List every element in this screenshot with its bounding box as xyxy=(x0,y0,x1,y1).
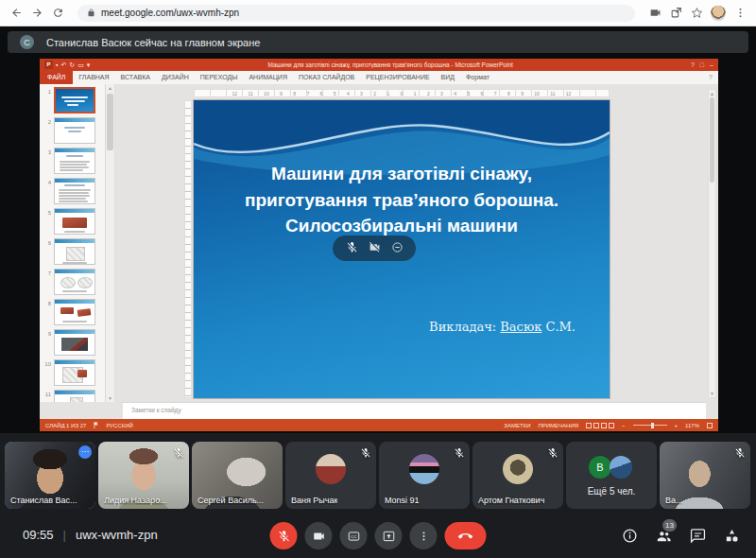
camera-button[interactable] xyxy=(305,522,333,549)
slide-counter: СЛАЙД 1 ИЗ 27 xyxy=(45,423,86,428)
tab-review[interactable]: РЕЦЕНЗИРОВАНИЕ xyxy=(360,71,435,84)
zoom-out-icon[interactable]: − xyxy=(622,423,626,428)
chat-icon[interactable] xyxy=(690,528,706,544)
slide-thumbnail-2[interactable] xyxy=(54,117,95,144)
presenting-banner: C Станислав Васюк сейчас на главном экра… xyxy=(8,31,748,53)
tab-animations[interactable]: АНИМАЦИЯ xyxy=(243,71,293,84)
slide-thumbnail-11[interactable] xyxy=(54,390,95,402)
captions-button[interactable]: CC xyxy=(340,522,368,549)
participants-icon[interactable]: 13 xyxy=(656,528,672,544)
slide-thumbnail-4[interactable] xyxy=(54,178,95,204)
bookmark-star-icon[interactable] xyxy=(690,7,703,20)
tab-insert[interactable]: ВСТАВКА xyxy=(115,71,156,84)
hangup-button[interactable] xyxy=(445,522,487,549)
browser-menu-icon[interactable] xyxy=(733,7,747,20)
mic-off-icon xyxy=(173,445,184,457)
divider: | xyxy=(63,528,66,542)
ribbon-help-icon[interactable]: ? xyxy=(709,71,718,84)
address-bar[interactable]: meet.google.com/uwx-wvmh-zpn xyxy=(77,5,635,22)
mic-off-icon[interactable] xyxy=(346,240,358,257)
powerpoint-logo-icon: P xyxy=(44,61,53,69)
fit-to-window-icon[interactable] xyxy=(707,423,713,428)
ribbon-options-icon[interactable]: □ xyxy=(700,59,704,71)
undo-icon[interactable]: ↶ xyxy=(60,59,66,71)
tab-home[interactable]: ГЛАВНАЯ xyxy=(73,71,114,84)
back-icon[interactable] xyxy=(9,7,23,20)
meeting-info: 09:55 | uwx-wvmh-zpn xyxy=(23,528,158,542)
participant-tile[interactable]: ⋯ Станислав Вас... xyxy=(5,442,95,509)
participant-tile[interactable]: Артом Гнаткович xyxy=(472,442,563,509)
browser-toolbar: meet.google.com/uwx-wvmh-zpn xyxy=(0,0,756,26)
more-options-button[interactable] xyxy=(410,522,438,549)
comments-toggle[interactable]: ПРИМЕЧАНИЯ xyxy=(538,423,578,428)
save-icon[interactable]: ▪ xyxy=(56,59,58,71)
share-icon[interactable] xyxy=(669,7,682,20)
slideshow-icon[interactable]: ▭ xyxy=(77,59,84,71)
info-icon[interactable] xyxy=(622,528,638,544)
presenter-avatar: C xyxy=(20,35,34,49)
thumbnail-scrollbar[interactable]: ▲ ▼ xyxy=(106,84,115,402)
ppt-titlebar: P ▪ ↶ ↻ ▭ ▾ Машини для заготівлі сінажу,… xyxy=(40,59,718,71)
zoom-slider[interactable] xyxy=(633,425,667,426)
scroll-down-icon[interactable]: ▼ xyxy=(106,395,114,401)
participant-tile[interactable]: Ваня Рычак xyxy=(285,442,376,509)
ppt-window-title: Машини для заготівлі сінажу, приготуванн… xyxy=(94,61,687,68)
tab-view[interactable]: ВИД xyxy=(436,71,460,84)
remove-tile-icon[interactable] xyxy=(391,240,404,257)
overflow-count-label: Ещё 5 чел. xyxy=(566,486,657,497)
activities-icon[interactable] xyxy=(724,528,740,544)
tab-design[interactable]: ДИЗАЙН xyxy=(156,71,195,84)
slide-thumbnail-1[interactable] xyxy=(54,87,95,113)
overflow-participants-tile[interactable]: B Ещё 5 чел. xyxy=(566,442,657,509)
participant-tile[interactable]: Лидия Назаро... xyxy=(98,442,189,509)
slide-scrollbar[interactable]: ▲ ▼ xyxy=(708,89,716,398)
mic-off-icon xyxy=(454,445,465,457)
thumb-number: 3 xyxy=(43,148,51,157)
slide-thumbnail-3[interactable] xyxy=(54,148,95,174)
present-button[interactable] xyxy=(375,522,403,549)
scroll-down-icon[interactable]: ▼ xyxy=(709,391,715,396)
scroll-up-icon[interactable]: ▲ xyxy=(106,85,114,91)
tab-camera-icon[interactable] xyxy=(648,7,662,20)
mic-mute-button[interactable] xyxy=(270,522,298,549)
notes-pane[interactable]: Заметки к слайду xyxy=(123,402,706,419)
slide-thumbnail-9[interactable] xyxy=(54,329,95,356)
camera-off-icon[interactable] xyxy=(369,240,381,257)
call-controls: CC xyxy=(270,522,487,549)
thumb-number: 7 xyxy=(43,269,51,278)
tab-slideshow[interactable]: ПОКАЗ СЛАЙДОВ xyxy=(293,71,360,84)
help-icon[interactable]: ? xyxy=(691,59,695,71)
mic-off-icon xyxy=(734,445,746,457)
speaking-indicator: ⋯ xyxy=(78,445,92,459)
scroll-up-icon[interactable]: ▲ xyxy=(709,91,715,96)
profile-avatar[interactable] xyxy=(711,6,726,21)
slide-thumbnail-7[interactable] xyxy=(54,269,95,295)
participant-tile[interactable]: Сергей Василь... xyxy=(192,442,283,509)
zoom-level[interactable]: 117% xyxy=(685,423,699,428)
thumb-number: 10 xyxy=(43,359,51,369)
reload-icon[interactable] xyxy=(51,7,64,20)
forward-icon[interactable] xyxy=(30,7,43,20)
presenting-text: Станислав Васюк сейчас на главном экране xyxy=(46,37,260,48)
participant-tile[interactable]: Ва... xyxy=(660,442,750,509)
language-indicator[interactable]: РУССКИЙ xyxy=(106,423,132,428)
slide-thumbnail-5[interactable] xyxy=(54,208,95,235)
minimize-icon[interactable]: – xyxy=(710,59,713,71)
tab-file[interactable]: ФАЙЛ xyxy=(40,71,73,84)
slide-thumbnail-6[interactable] xyxy=(54,238,95,265)
redo-icon[interactable]: ↻ xyxy=(69,59,75,71)
thumb-number: 11 xyxy=(43,390,51,399)
zoom-in-icon[interactable]: + xyxy=(675,423,679,428)
ppt-quick-access-toolbar[interactable]: P ▪ ↶ ↻ ▭ ▾ xyxy=(44,59,90,71)
notes-toggle[interactable]: ЗАМЕТКИ xyxy=(504,423,530,428)
qat-dropdown-icon[interactable]: ▾ xyxy=(87,59,91,71)
lock-icon xyxy=(87,9,95,17)
participant-avatar xyxy=(316,454,346,484)
slide-thumbnail-8[interactable] xyxy=(54,299,95,325)
tab-format[interactable]: Формат xyxy=(460,71,495,84)
participant-tile[interactable]: Monsi 91 xyxy=(379,442,470,509)
thumb-number: 2 xyxy=(43,117,51,127)
slide-thumbnail-10[interactable] xyxy=(54,359,95,386)
tab-transitions[interactable]: ПЕРЕХОДЫ xyxy=(195,71,244,84)
view-buttons[interactable] xyxy=(586,423,614,428)
